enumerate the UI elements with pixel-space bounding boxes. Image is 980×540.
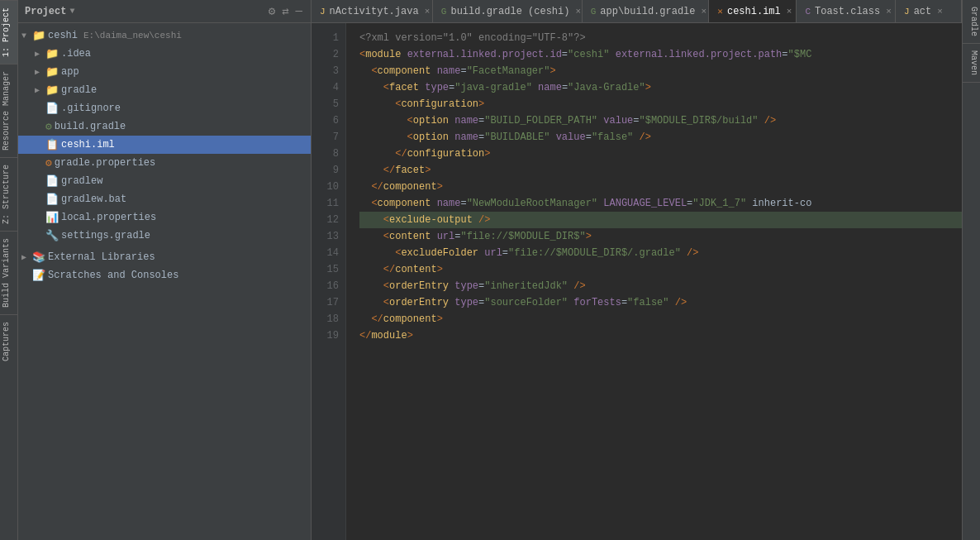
xml-attr2: name [538, 79, 562, 96]
tree-item-ceshi-iml[interactable]: 📋 ceshi.iml [18, 136, 311, 154]
right-tab-maven[interactable]: Maven [963, 44, 980, 83]
tree-item-settings-gradle[interactable]: 🔧 settings.gradle [18, 227, 311, 245]
tree-item-gradlew-bat[interactable]: 📄 gradlew.bat [18, 190, 311, 208]
xml-tag: exclude-output [389, 212, 473, 228]
tab-label: Toast.class [815, 6, 880, 17]
code-line-9: </facet> [359, 162, 962, 179]
code-content[interactable]: <?xml version="1.0" encoding="UTF-8"?> <… [346, 23, 962, 540]
xml-tag: excludeFolder [401, 245, 478, 261]
sidebar-tab-project[interactable]: 1: Project [0, 0, 17, 64]
tree-item-scratches[interactable]: 📝 Scratches and Consoles [18, 266, 311, 284]
xml-bracket: < [395, 96, 401, 112]
tree-item-external-libraries[interactable]: ▶ 📚 External Libraries [18, 248, 311, 266]
xml-string2: "$MODULE_DIR$/build" [640, 112, 759, 129]
xml-tag: component [378, 63, 431, 79]
xml-space2 [549, 129, 555, 146]
tree-item-gradle-properties[interactable]: ⚙ gradle.properties [18, 154, 311, 172]
line-num-4: 4 [312, 79, 345, 96]
xml-attr: name [437, 63, 461, 79]
tab-label: ceshi.iml [727, 6, 781, 17]
xml-string2: "false" [627, 294, 668, 311]
tab-close-button[interactable]: × [575, 7, 581, 17]
sidebar-tab-build-variants[interactable]: Build Variants [0, 231, 17, 314]
indent [359, 294, 383, 311]
line-num-16: 16 [312, 278, 345, 294]
xml-attr2: value [603, 112, 633, 129]
line-num-5: 5 [312, 96, 345, 112]
sidebar-tab-captures[interactable]: Captures [0, 314, 17, 368]
xml-string: "FacetManager" [467, 63, 550, 79]
xml-attr: external.linked.project.id [407, 46, 562, 63]
tab-ceshi-iml[interactable]: ✕ ceshi.iml × [709, 0, 797, 22]
xml-bracket: </ [371, 179, 383, 195]
tab-close-button[interactable]: × [937, 7, 943, 17]
xml-bracket: </ [359, 327, 371, 344]
line-num-12: 12 [312, 212, 345, 228]
dropdown-arrow-icon[interactable]: ▼ [69, 7, 74, 16]
xml-bracket2: > [586, 228, 592, 245]
tree-item-local-properties[interactable]: 📊 local.properties [18, 208, 311, 227]
xml-bracket: < [359, 46, 365, 63]
xml-bracket2: > [425, 162, 431, 179]
tab-app-build-gradle[interactable]: G app\build.gradle × [583, 0, 710, 22]
indent [359, 195, 371, 212]
xml-space2 [681, 245, 687, 261]
xml-eq2: = [633, 112, 639, 129]
xml-tag: facet [389, 79, 419, 96]
settings-icon[interactable]: ⚙ [267, 2, 277, 20]
tab-act[interactable]: J act × [896, 0, 962, 22]
right-sidebar-tabs: Gradle Maven [962, 0, 980, 540]
tree-item-gradlew[interactable]: 📄 gradlew [18, 172, 311, 190]
tree-item-gradle[interactable]: ▶ 📁 gradle [18, 81, 311, 99]
tree-item-ceshi-root[interactable]: ▼ 📁 ceshi E:\daima_new\ceshi [18, 26, 311, 45]
xml-bracket: < [371, 195, 377, 212]
xml-eq2: = [586, 129, 592, 146]
xml-attr: type [454, 278, 478, 294]
right-tab-gradle[interactable]: Gradle [963, 0, 980, 44]
tab-close-button[interactable]: × [886, 7, 892, 17]
xml-attr2: forTests [573, 294, 621, 311]
tab-close-button[interactable]: × [702, 7, 707, 17]
xml-string: "file://$MODULE_DIR$" [460, 228, 585, 245]
tree-item-idea[interactable]: ▶ 📁 .idea [18, 45, 311, 63]
indent [359, 212, 383, 228]
code-line-18: </component> [359, 311, 962, 327]
line-num-11: 11 [312, 195, 345, 212]
tab-close-button[interactable]: × [425, 7, 431, 17]
sidebar-tab-resource-manager[interactable]: Resource Manager [0, 64, 17, 157]
tree-item-label: ceshi.iml [61, 139, 115, 151]
xml-string: "java-gradle" [454, 79, 532, 96]
xml-string: "sourceFolder" [484, 294, 568, 311]
minimize-icon[interactable]: — [294, 2, 304, 20]
line-num-10: 10 [312, 179, 345, 195]
xml-space [431, 228, 436, 245]
xml-space2 [597, 112, 603, 129]
tab-toast-class[interactable]: C Toast.class × [797, 0, 896, 22]
tree-item-build-gradle[interactable]: ⚙ build.gradle [18, 117, 311, 136]
tab-build-gradle[interactable]: G build.gradle (ceshi) × [433, 0, 583, 22]
chart-icon: 📊 [45, 211, 59, 224]
xml-attr2: LANGUAGE_LEVEL [603, 195, 687, 212]
indent [359, 245, 395, 261]
java-file-icon: J [320, 7, 326, 17]
xml-bracket: < [383, 212, 389, 228]
tab-activity[interactable]: J nActivityt.java × [312, 0, 433, 22]
iml-icon: 📋 [45, 138, 59, 151]
sidebar-tab-structure[interactable]: Z: Structure [0, 157, 17, 231]
line-num-2: 2 [312, 46, 345, 63]
tree-item-app[interactable]: ▶ 📁 app [18, 63, 311, 81]
tab-close-button[interactable]: × [787, 7, 792, 17]
code-line-1: <?xml version="1.0" encoding="UTF-8"?> [359, 30, 962, 46]
tree-item-label: gradlew.bat [61, 194, 126, 205]
xml-eq: = [454, 228, 460, 245]
xml-bracket2: > [407, 327, 413, 344]
xml-eq: = [562, 46, 568, 63]
tree-item-label: Scratches and Consoles [48, 270, 178, 281]
gradle-icon: ⚙ [45, 120, 52, 133]
folder-icon: 📁 [45, 65, 59, 79]
gradle-tab-icon: G [591, 7, 597, 17]
line-num-18: 18 [312, 311, 345, 327]
scroll-icon[interactable]: ⇄ [280, 2, 290, 20]
code-line-14: <excludeFolder url="file://$MODULE_DIR$/… [359, 245, 962, 261]
tree-item-gitignore[interactable]: 📄 .gitignore [18, 99, 311, 117]
